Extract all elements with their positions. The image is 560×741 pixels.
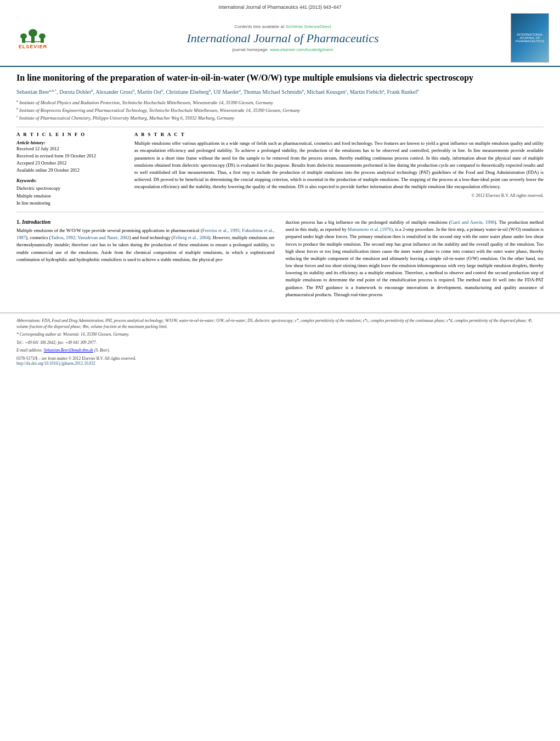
homepage-link[interactable]: www.elsevier.com/locate/ijpharm <box>270 47 333 52</box>
journal-title-center: Contents lists available at SciVerse Sci… <box>55 24 511 52</box>
abbreviations-footnote: Abbreviations: FDA, Food and Drug Admini… <box>16 318 544 330</box>
svg-point-3 <box>29 29 37 37</box>
copyright-line: © 2012 Elsevier B.V. All rights reserved… <box>134 193 544 198</box>
corresponding-author-footnote: * Corresponding author at: Wiesenstr. 14… <box>16 331 544 337</box>
svg-point-1 <box>20 33 27 39</box>
journal-header: International Journal of Pharmaceutics 4… <box>0 0 560 67</box>
article-title: In line monitoring of the preparation of… <box>16 72 544 84</box>
affiliation-c: c Institute of Pharmaceutical Chemistry,… <box>16 114 544 122</box>
keyword-2: Multiple emulsion <box>16 193 123 200</box>
ref-garti: Garti and Aserin, 1996 <box>451 219 495 225</box>
email-label: E-mail address: <box>16 348 43 353</box>
abbreviations-label: Abbreviations: <box>16 318 41 323</box>
body-divider <box>16 212 544 212</box>
page: International Journal of Pharmaceutics 4… <box>0 0 560 369</box>
article-info-label: A R T I C L E I N F O <box>16 132 123 137</box>
body-left-column: 1. Introduction Multiple emulsions of th… <box>16 219 275 302</box>
keywords-label: Keywords: <box>16 178 123 183</box>
article-history: Article history: Received 12 July 2012 R… <box>16 140 123 173</box>
body-right-column: duction process has a big influence on t… <box>286 219 544 302</box>
author-1: Sebastian Beera,b,*, Dorota Doblerb, Ale… <box>16 89 419 95</box>
accepted-date: Accepted 23 October 2012 <box>16 160 123 167</box>
affiliation-b: b Institute of Bioprocess Engineering an… <box>16 106 544 114</box>
abstract-column: A B S T R A C T Multiple emulsions offer… <box>134 132 544 207</box>
footer-bottom: 0378-5173/$ – see front matter © 2012 El… <box>16 356 544 366</box>
section-1-heading: 1. Introduction <box>16 219 275 225</box>
authors-line: Sebastian Beera,b,*, Dorota Doblerb, Ale… <box>16 88 544 96</box>
affiliation-a: a Institute of Medical Physics and Radia… <box>16 99 544 106</box>
abstract-label: A B S T R A C T <box>134 132 544 137</box>
section-1-number: 1. <box>16 219 21 225</box>
received-revised-date: Received in revised form 19 October 2012 <box>16 152 123 160</box>
section-1-paragraph-1: Multiple emulsions of the W/O/W type pro… <box>16 227 275 263</box>
sciencedirect-link[interactable]: SciVerse ScienceDirect <box>285 24 331 29</box>
journal-cover-image: INTERNATIONAL JOURNAL OF PHARMACEUTICS <box>511 13 549 63</box>
journal-homepage: journal homepage: www.elsevier.com/locat… <box>55 47 511 52</box>
issn-line: 0378-5173/$ – see front matter © 2012 El… <box>16 356 544 361</box>
info-abstract-columns: A R T I C L E I N F O Article history: R… <box>16 132 544 207</box>
ref-matsumoto: Matsumoto et al. (1976) <box>348 227 393 232</box>
section-1-paragraph-2: duction process has a big influence on t… <box>286 219 544 298</box>
contents-available: Contents lists available at SciVerse Sci… <box>55 24 511 29</box>
elsevier-tree-icon <box>19 26 47 43</box>
journal-title: International Journal of Pharmaceutics <box>55 31 511 46</box>
tel-text: Tel.: +49 641 306 2642; fax: +49 641 309… <box>16 340 97 345</box>
body-columns: 1. Introduction Multiple emulsions of th… <box>16 219 544 302</box>
email-footnote: E-mail address: Sebastian.Beer@kmub.thm.… <box>16 347 544 353</box>
section-divider <box>16 127 544 127</box>
tel-footnote: Tel.: +49 641 306 2642; fax: +49 641 309… <box>16 340 544 346</box>
available-date: Available online 29 October 2012 <box>16 167 123 174</box>
email-suffix: (S. Beer). <box>94 348 110 353</box>
received-date: Received 12 July 2012 <box>16 145 123 152</box>
svg-point-5 <box>39 33 46 39</box>
ref-tadros: Tadros, 1992; Vasudevan and Naser, 2002 <box>51 235 129 240</box>
journal-top-bar: International Journal of Pharmaceutics 4… <box>11 4 549 10</box>
elsevier-logo: ELSEVIER <box>11 26 55 50</box>
article-info-column: A R T I C L E I N F O Article history: R… <box>16 132 123 207</box>
elsevier-wordmark: ELSEVIER <box>19 44 48 49</box>
keyword-1: Dielectric spectroscopy <box>16 185 123 193</box>
email-link[interactable]: Sebastian.Beer@kmub.thm.de <box>44 348 93 353</box>
abstract-text: Multiple emulsions offer various applica… <box>134 140 544 190</box>
abbreviations-text: FDA, Food and Drug Administration; PAT, … <box>16 318 533 329</box>
keywords-section: Keywords: Dielectric spectroscopy Multip… <box>16 178 123 207</box>
journal-citation: International Journal of Pharmaceutics 4… <box>219 4 342 10</box>
section-1-title: Introduction <box>22 219 50 225</box>
affiliations: a Institute of Medical Physics and Radia… <box>16 99 544 121</box>
article-content: In line monitoring of the preparation of… <box>0 67 560 307</box>
header-main: ELSEVIER Contents lists available at Sci… <box>11 13 549 63</box>
keyword-3: In line monitoring <box>16 200 123 207</box>
corresponding-address: Wiesenstr. 14, 35390 Giessen, Germany. <box>63 332 129 337</box>
footer-area: Abbreviations: FDA, Food and Drug Admini… <box>0 313 560 369</box>
corresponding-label: * Corresponding author at: <box>16 332 62 337</box>
history-label: Article history: <box>16 140 123 145</box>
ref-friberg: Friberg et al., 2004 <box>173 235 209 240</box>
doi-link[interactable]: http://dx.doi.org/10.1016/j.ijpharm.2012… <box>16 361 95 366</box>
